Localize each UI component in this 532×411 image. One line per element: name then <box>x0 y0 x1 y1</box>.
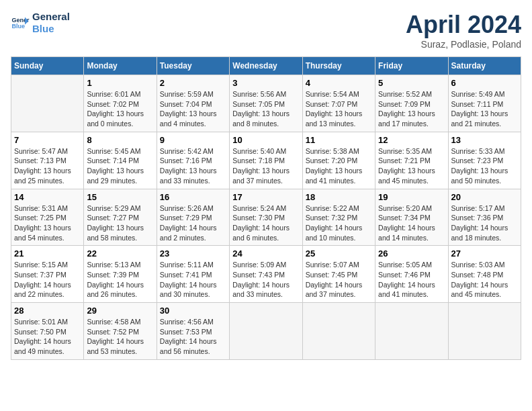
calendar-cell <box>302 303 375 360</box>
day-info: Sunrise: 5:33 AMSunset: 7:23 PMDaylight:… <box>451 146 518 186</box>
week-row-1: 1Sunrise: 6:01 AMSunset: 7:02 PMDaylight… <box>11 75 521 132</box>
calendar-cell: 9Sunrise: 5:42 AMSunset: 7:16 PMDaylight… <box>157 132 229 189</box>
week-row-5: 28Sunrise: 5:01 AMSunset: 7:50 PMDayligh… <box>11 303 521 360</box>
day-number: 28 <box>14 306 81 316</box>
day-info: Sunrise: 5:17 AMSunset: 7:36 PMDaylight:… <box>451 203 518 243</box>
day-info: Sunrise: 5:47 AMSunset: 7:13 PMDaylight:… <box>14 146 81 186</box>
calendar-cell: 17Sunrise: 5:24 AMSunset: 7:30 PMDayligh… <box>230 189 302 246</box>
week-row-4: 21Sunrise: 5:15 AMSunset: 7:37 PMDayligh… <box>11 246 521 303</box>
calendar-cell: 8Sunrise: 5:45 AMSunset: 7:14 PMDaylight… <box>84 132 157 189</box>
calendar-cell: 12Sunrise: 5:35 AMSunset: 7:21 PMDayligh… <box>375 132 448 189</box>
day-info: Sunrise: 5:38 AMSunset: 7:20 PMDaylight:… <box>306 146 372 186</box>
subtitle: Suraz, Podlasie, Poland <box>406 39 521 50</box>
day-number: 21 <box>14 248 81 259</box>
day-info: Sunrise: 5:49 AMSunset: 7:11 PMDaylight:… <box>451 89 518 129</box>
calendar-table: SundayMondayTuesdayWednesdayThursdayFrid… <box>11 56 521 360</box>
day-info: Sunrise: 5:54 AMSunset: 7:07 PMDaylight:… <box>306 89 372 129</box>
day-number: 8 <box>87 135 153 145</box>
day-info: Sunrise: 5:42 AMSunset: 7:16 PMDaylight:… <box>160 146 226 186</box>
day-number: 12 <box>378 135 445 145</box>
calendar-cell: 15Sunrise: 5:29 AMSunset: 7:27 PMDayligh… <box>84 189 157 246</box>
day-number: 23 <box>160 248 226 259</box>
logo-line2: Blue <box>32 23 70 35</box>
calendar-cell: 28Sunrise: 5:01 AMSunset: 7:50 PMDayligh… <box>11 303 84 360</box>
day-number: 30 <box>160 306 226 316</box>
day-number: 13 <box>451 135 518 145</box>
week-row-3: 14Sunrise: 5:31 AMSunset: 7:25 PMDayligh… <box>11 189 521 246</box>
day-number: 17 <box>232 192 299 202</box>
calendar-cell: 1Sunrise: 6:01 AMSunset: 7:02 PMDaylight… <box>84 75 157 132</box>
calendar-cell: 6Sunrise: 5:49 AMSunset: 7:11 PMDaylight… <box>448 75 521 132</box>
day-number: 9 <box>160 135 226 145</box>
calendar-cell: 23Sunrise: 5:11 AMSunset: 7:41 PMDayligh… <box>157 246 229 303</box>
day-info: Sunrise: 5:35 AMSunset: 7:21 PMDaylight:… <box>378 146 445 186</box>
day-info: Sunrise: 5:11 AMSunset: 7:41 PMDaylight:… <box>160 260 226 300</box>
day-info: Sunrise: 5:07 AMSunset: 7:45 PMDaylight:… <box>306 260 372 300</box>
day-info: Sunrise: 4:58 AMSunset: 7:52 PMDaylight:… <box>87 317 153 357</box>
day-number: 4 <box>306 78 372 88</box>
calendar-cell: 18Sunrise: 5:22 AMSunset: 7:32 PMDayligh… <box>302 189 375 246</box>
calendar-cell: 25Sunrise: 5:07 AMSunset: 7:45 PMDayligh… <box>302 246 375 303</box>
day-number: 16 <box>160 192 226 202</box>
calendar-cell: 20Sunrise: 5:17 AMSunset: 7:36 PMDayligh… <box>448 189 521 246</box>
header-cell-friday: Friday <box>375 57 448 75</box>
day-number: 26 <box>378 248 445 259</box>
day-info: Sunrise: 5:09 AMSunset: 7:43 PMDaylight:… <box>232 260 299 300</box>
day-info: Sunrise: 5:59 AMSunset: 7:04 PMDaylight:… <box>160 89 226 129</box>
main-title: April 2024 <box>406 11 521 39</box>
calendar-cell: 29Sunrise: 4:58 AMSunset: 7:52 PMDayligh… <box>84 303 157 360</box>
day-info: Sunrise: 5:03 AMSunset: 7:48 PMDaylight:… <box>451 260 518 300</box>
calendar-cell: 4Sunrise: 5:54 AMSunset: 7:07 PMDaylight… <box>302 75 375 132</box>
header-cell-tuesday: Tuesday <box>157 57 229 75</box>
day-info: Sunrise: 5:13 AMSunset: 7:39 PMDaylight:… <box>87 260 153 300</box>
day-number: 19 <box>378 192 445 202</box>
calendar-cell: 2Sunrise: 5:59 AMSunset: 7:04 PMDaylight… <box>157 75 229 132</box>
calendar-cell: 11Sunrise: 5:38 AMSunset: 7:20 PMDayligh… <box>302 132 375 189</box>
calendar-cell: 3Sunrise: 5:56 AMSunset: 7:05 PMDaylight… <box>230 75 302 132</box>
header-cell-wednesday: Wednesday <box>230 57 302 75</box>
calendar-cell: 14Sunrise: 5:31 AMSunset: 7:25 PMDayligh… <box>11 189 84 246</box>
day-info: Sunrise: 5:52 AMSunset: 7:09 PMDaylight:… <box>378 89 445 129</box>
day-number: 5 <box>378 78 445 88</box>
day-number: 7 <box>14 135 81 145</box>
day-info: Sunrise: 5:29 AMSunset: 7:27 PMDaylight:… <box>87 203 153 243</box>
day-info: Sunrise: 5:26 AMSunset: 7:29 PMDaylight:… <box>160 203 226 243</box>
calendar-cell: 30Sunrise: 4:56 AMSunset: 7:53 PMDayligh… <box>157 303 229 360</box>
day-info: Sunrise: 5:05 AMSunset: 7:46 PMDaylight:… <box>378 260 445 300</box>
day-info: Sunrise: 4:56 AMSunset: 7:53 PMDaylight:… <box>160 317 226 357</box>
header-cell-saturday: Saturday <box>448 57 521 75</box>
header-cell-thursday: Thursday <box>302 57 375 75</box>
title-block: April 2024 Suraz, Podlasie, Poland <box>406 11 521 50</box>
header-cell-sunday: Sunday <box>11 57 84 75</box>
day-number: 15 <box>87 192 153 202</box>
calendar-cell: 16Sunrise: 5:26 AMSunset: 7:29 PMDayligh… <box>157 189 229 246</box>
calendar-cell <box>11 75 84 132</box>
calendar-cell: 27Sunrise: 5:03 AMSunset: 7:48 PMDayligh… <box>448 246 521 303</box>
calendar-cell: 10Sunrise: 5:40 AMSunset: 7:18 PMDayligh… <box>230 132 302 189</box>
day-info: Sunrise: 5:15 AMSunset: 7:37 PMDaylight:… <box>14 260 81 300</box>
day-number: 20 <box>451 192 518 202</box>
calendar-cell: 21Sunrise: 5:15 AMSunset: 7:37 PMDayligh… <box>11 246 84 303</box>
day-info: Sunrise: 6:01 AMSunset: 7:02 PMDaylight:… <box>87 89 153 129</box>
calendar-cell <box>375 303 448 360</box>
day-info: Sunrise: 5:40 AMSunset: 7:18 PMDaylight:… <box>232 146 299 186</box>
calendar-cell: 5Sunrise: 5:52 AMSunset: 7:09 PMDaylight… <box>375 75 448 132</box>
calendar-body: 1Sunrise: 6:01 AMSunset: 7:02 PMDaylight… <box>11 75 521 360</box>
day-number: 18 <box>306 192 372 202</box>
day-number: 2 <box>160 78 226 88</box>
day-info: Sunrise: 5:56 AMSunset: 7:05 PMDaylight:… <box>232 89 299 129</box>
day-number: 27 <box>451 248 518 259</box>
day-info: Sunrise: 5:45 AMSunset: 7:14 PMDaylight:… <box>87 146 153 186</box>
page-header: General Blue General Blue April 2024 Sur… <box>11 11 521 50</box>
day-info: Sunrise: 5:24 AMSunset: 7:30 PMDaylight:… <box>232 203 299 243</box>
calendar-cell: 19Sunrise: 5:20 AMSunset: 7:34 PMDayligh… <box>375 189 448 246</box>
logo: General Blue General Blue <box>11 11 70 35</box>
day-info: Sunrise: 5:20 AMSunset: 7:34 PMDaylight:… <box>378 203 445 243</box>
day-info: Sunrise: 5:31 AMSunset: 7:25 PMDaylight:… <box>14 203 81 243</box>
day-number: 14 <box>14 192 81 202</box>
calendar-cell: 13Sunrise: 5:33 AMSunset: 7:23 PMDayligh… <box>448 132 521 189</box>
day-number: 24 <box>232 248 299 259</box>
calendar-cell: 7Sunrise: 5:47 AMSunset: 7:13 PMDaylight… <box>11 132 84 189</box>
day-number: 10 <box>232 135 299 145</box>
header-cell-monday: Monday <box>84 57 157 75</box>
